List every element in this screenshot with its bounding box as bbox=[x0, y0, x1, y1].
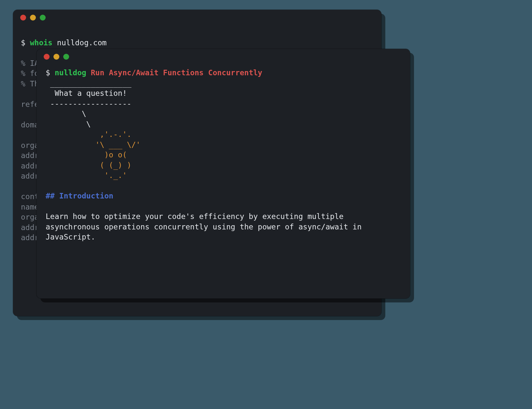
section-heading: ## Introduction bbox=[46, 191, 401, 201]
speech-stem: \ bbox=[46, 119, 401, 130]
command-arg: nulldog.com bbox=[57, 38, 107, 47]
speech-stem: \ bbox=[46, 109, 401, 119]
prompt-symbol: $ bbox=[21, 38, 25, 47]
zoom-icon[interactable] bbox=[40, 15, 46, 21]
close-icon[interactable] bbox=[44, 54, 50, 60]
prompt-symbol: $ bbox=[46, 68, 50, 77]
minimize-icon[interactable] bbox=[53, 54, 59, 60]
speech-bubble-bottom: ------------------ bbox=[46, 99, 401, 109]
speech-bubble-text: What a question! bbox=[46, 88, 401, 99]
command-name: nulldog bbox=[55, 68, 86, 77]
zoom-icon[interactable] bbox=[63, 54, 69, 60]
section-body: Learn how to optimize your code's effici… bbox=[46, 212, 401, 242]
speech-bubble-top: __________________ bbox=[46, 78, 401, 89]
command-name: whois bbox=[30, 38, 52, 47]
close-icon[interactable] bbox=[20, 15, 26, 21]
minimize-icon[interactable] bbox=[30, 15, 36, 21]
terminal-body-front: $ nulldog Run Async/Await Functions Conc… bbox=[37, 65, 410, 249]
ascii-dog-icon: ,'.-.'. '\ ___ \/' )o o( ( (_) ) '._.' bbox=[46, 129, 401, 181]
titlebar-front bbox=[37, 49, 410, 65]
command-arg: Run Async/Await Functions Concurrently bbox=[91, 68, 262, 77]
terminal-window-front: $ nulldog Run Async/Await Functions Conc… bbox=[37, 49, 410, 299]
titlebar-back bbox=[13, 10, 381, 25]
